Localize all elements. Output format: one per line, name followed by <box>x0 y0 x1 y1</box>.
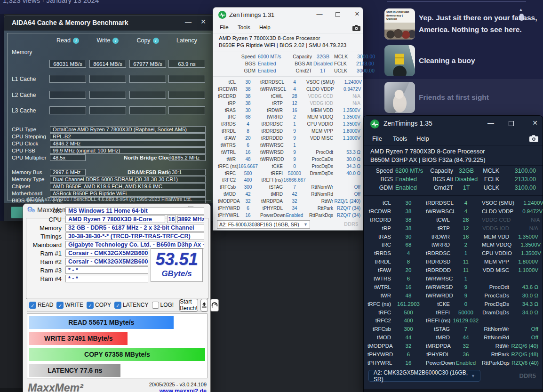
close-button[interactable]: ✕ <box>529 119 541 127</box>
checkbox-box[interactable]: ✓ <box>56 302 64 309</box>
menu-bar: File Tools Help <box>364 133 543 145</box>
website-link[interactable]: www.maxxpi2.de <box>160 388 207 392</box>
minimize-button[interactable]: — <box>183 18 193 25</box>
video-list-item[interactable]: Cleaning a buoy <box>362 42 543 79</box>
checkbox-box[interactable]: ✓ <box>29 302 36 309</box>
minimize-button[interactable]: — <box>485 119 496 127</box>
cpu-name-text: AMD Ryzen 7 7800X3D 8-Core Processor <box>219 35 320 41</box>
summary-row: Speed 6000 MT/s Capacity 32GB MCLK 3000.… <box>213 53 363 60</box>
video-thumbnail[interactable]: shift in American democracy | Opinion <box>384 8 415 40</box>
empty-benchmark-box <box>89 106 126 114</box>
minimize-button[interactable]: — <box>315 10 324 17</box>
gauge-button[interactable] <box>210 299 219 312</box>
benchmark-checkbox[interactable]: ✓ WRITE <box>56 302 83 309</box>
screenshot-camera-icon[interactable] <box>352 25 360 31</box>
mainboard-label: Mainboard <box>25 241 62 248</box>
menu-help[interactable]: Help <box>259 24 271 30</box>
checkbox-box[interactable]: ✓ <box>114 302 121 309</box>
menu-tools[interactable]: Tools <box>393 135 407 142</box>
benchmark-checkbox[interactable]: ✓ LOG! <box>152 302 174 309</box>
screenshot-camera-icon[interactable] <box>529 135 538 142</box>
score-box: 53.51 GByte/s <box>151 248 203 282</box>
benchmark-bar: WRITE 37491 MByte/s <box>29 332 128 345</box>
titlebar[interactable]: ZenTimings 1.31 — ✕ <box>213 8 363 23</box>
video-list-item[interactable]: Friends at first sight <box>362 79 543 116</box>
cpu-stepping-label: CPU Stepping <box>12 134 46 139</box>
menu-tools[interactable]: Tools <box>238 24 250 30</box>
aida64-titlebar[interactable]: AIDA64 Cache & Memory Benchmark — ✕ <box>4 16 214 31</box>
video-list-item[interactable]: shift in American democracy | Opinion Ye… <box>362 6 543 42</box>
benchmark-checkbox[interactable]: ✓ COPY <box>87 302 111 309</box>
cpu-frequency-value: 3892 MHz <box>177 216 204 223</box>
timing-row: tWR 48 tWRWRDD 9 ProcCaDs 30.0 Ω <box>364 291 543 300</box>
video-title: Cleaning a buoy <box>419 55 542 67</box>
video-thumbnail[interactable] <box>384 45 415 76</box>
info-icon[interactable]: i <box>112 38 119 44</box>
timing-row: tRCDWR 38 tWRWRSCL 4 CLDO VDDP 0.9472V <box>213 86 363 93</box>
menu-bar: File Tools Help <box>213 23 363 33</box>
benchmark-bar-label: WRITE 37491 MByte/s <box>44 335 113 342</box>
close-button[interactable]: ✕ <box>198 18 208 25</box>
empty-benchmark-box <box>49 106 86 114</box>
timing-row: tRC 68 tWRRD 2 MEM VDDQ 1.3500V <box>364 240 543 249</box>
menu-file[interactable]: File <box>372 135 382 142</box>
menu-help[interactable]: Help <box>416 135 429 142</box>
cpu-cores-value: 16 <box>167 216 176 223</box>
checkbox-box[interactable]: ✓ <box>152 302 159 309</box>
checkbox-label: WRITE <box>65 302 83 308</box>
close-button[interactable]: ✕ <box>352 10 362 17</box>
thumbnail-image <box>384 82 415 113</box>
version-date-text: 20/05/2025 - v3.0.24.109 <box>149 382 207 387</box>
start-bench-button[interactable]: Start Bench! <box>179 299 198 312</box>
benchmark-checkbox[interactable]: ✓ LATENCY <box>114 302 148 309</box>
thumbnail-image <box>384 45 415 76</box>
memory-value: 32 GB - DDR5 - 6187 MHz - 2 x 32-bit Cha… <box>65 224 204 232</box>
separator <box>364 145 543 145</box>
os-label: OS <box>25 208 62 215</box>
memory-summary: Speed 6000 MT/s Capacity 32GB MCLK 3000.… <box>213 53 363 74</box>
benchmark-bar: COPY 67358 MByte/s <box>29 348 205 361</box>
menu-file[interactable]: File <box>220 24 229 30</box>
info-icon[interactable]: i <box>153 38 159 44</box>
dimm-select-dropdown[interactable]: A2: F5-6000J3038F16G (16GB, SR) ▼ <box>217 220 310 229</box>
benchmark-options-bar: ✓ READ ✓ WRITE ✓ COPY ✓ LATENCY ✓ LOG! S… <box>27 298 208 312</box>
dimm-select-dropdown[interactable]: A2: CMK32GX5M2B6000C30 (16GB, SR) ▼ <box>368 370 480 382</box>
timing-row: tRAS 30 tRDWR 16 MEM VDD 1.3500V <box>364 232 543 241</box>
timing-row: tRFC2 400 tREFI (ns) 16666.667 <box>213 176 363 184</box>
timing-row: tRRDL 8 tRDRDSD 11 MEM VPP 1.8000V <box>364 257 543 266</box>
timing-row: tRFCsb 300 tSTAG 7 RttNomWr Off <box>364 325 543 333</box>
cpu-stepping-value: RPL-B2 <box>50 133 206 140</box>
timing-row: tRRDS 4 tRDRDSC 1 CPU VDDIO 1.3500V <box>364 249 543 257</box>
memory-row-label: Memory <box>12 49 32 56</box>
maximize-button[interactable] <box>509 121 514 126</box>
timing-row: tRC 68 tWRRD 2 MEM VDDQ 1.3500V <box>213 113 363 120</box>
timing-row: tPHYWRL 16 PowerDown Enabled RttParkDqs … <box>213 212 363 219</box>
empty-benchmark-box <box>129 75 166 83</box>
timings-value: 30-38-38-30-*-* (TRCD-TRP-TRAS-TRFC-CR) <box>65 232 204 240</box>
info-icon[interactable]: i <box>73 38 79 44</box>
cache-row-label: L3 Cache <box>12 107 36 114</box>
zentimings-135-window: ZenTimings 1.35 — ✕ File Tools Help AMD … <box>363 115 543 392</box>
cpu-value: AMD Ryzen 7 7800X3D 8-Core <box>65 216 165 223</box>
benchmark-value-box: 63.9 ns <box>168 60 205 68</box>
benchmark-checkbox[interactable]: ✓ READ <box>29 302 53 309</box>
maxxmem-logo: MaxxMem² <box>28 382 83 392</box>
checkbox-label: COPY <box>95 302 111 308</box>
ddr-type-label: DDR5 <box>519 372 536 379</box>
titlebar[interactable]: ZenTimings 1.35 — ✕ <box>364 116 543 132</box>
checkbox-label: LOG! <box>160 302 174 308</box>
benchmark-bar-label: COPY 67358 MByte/s <box>84 351 150 358</box>
upload-button[interactable] <box>200 299 208 312</box>
cache-row: L3 Cache <box>4 106 214 114</box>
maximize-button[interactable] <box>335 12 340 17</box>
timing-row: tWR 48 tWRWRDD 9 ProcCaDs 30.0 Ω <box>213 156 363 163</box>
empty-benchmark-box <box>49 75 86 83</box>
memory-type-label: Memory Type <box>12 176 44 182</box>
window-title: ZenTimings 1.31 <box>229 11 274 18</box>
benchmark-bar-row: LATENCY 77.6 ns <box>29 364 205 377</box>
memory-type-value: Dual Channel DDR5-6000 SDRAM (30-38-38-3… <box>50 176 206 183</box>
video-thumbnail[interactable] <box>384 82 415 113</box>
empty-benchmark-box <box>129 106 166 114</box>
benchmark-bar: READ 55671 MByte/s <box>29 316 174 329</box>
checkbox-box[interactable]: ✓ <box>87 302 94 309</box>
